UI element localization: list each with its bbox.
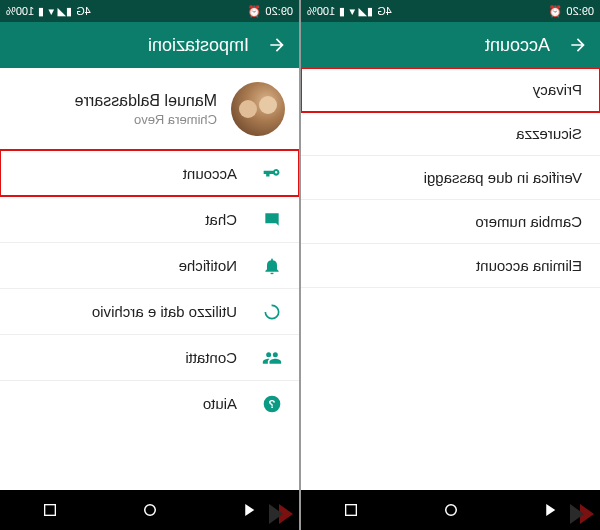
nav-back-button[interactable] — [238, 499, 260, 521]
bell-icon — [261, 255, 283, 277]
back-button[interactable] — [568, 35, 588, 55]
android-nav-bar — [301, 490, 600, 530]
account-item-label: Verifica in due passaggi — [424, 169, 582, 186]
svg-rect-6 — [45, 505, 56, 516]
nav-home-button[interactable] — [440, 499, 462, 521]
chat-icon — [261, 209, 283, 231]
settings-item-account[interactable]: Account — [0, 150, 299, 196]
brand-logo-icon — [560, 502, 594, 526]
alarm-icon: ⏰ — [247, 6, 261, 17]
account-item-delete[interactable]: Elimina account — [301, 244, 600, 288]
contacts-icon — [261, 347, 283, 369]
settings-item-help[interactable]: ? Aiuto — [0, 380, 299, 426]
network-type: 4G — [76, 6, 91, 17]
account-item-two-step[interactable]: Verifica in due passaggi — [301, 156, 600, 200]
settings-item-label: Notifiche — [179, 257, 237, 274]
page-title: Impostazioni — [148, 35, 249, 56]
profile-subtitle: Chimera Revo — [75, 112, 217, 127]
settings-item-notifications[interactable]: Notifiche — [0, 242, 299, 288]
wifi-icon: ▾ — [349, 6, 355, 17]
battery-text: 100% — [6, 6, 34, 17]
svg-point-0 — [265, 305, 278, 318]
battery-text: 100% — [307, 6, 335, 17]
account-item-label: Sicurezza — [516, 125, 582, 142]
signal-icon: ▮◢ — [359, 6, 373, 17]
settings-item-label: Chat — [205, 211, 237, 228]
help-icon: ? — [261, 393, 283, 415]
app-bar: Impostazioni — [0, 22, 299, 68]
clock-text: 09:20 — [566, 6, 594, 17]
phone-account: 09:20 ⏰ 4G ▮◢ ▾ ▮ 100% Account Privacy S… — [301, 0, 600, 530]
nav-recents-button[interactable] — [340, 499, 362, 521]
settings-content: Manuel Baldassarre Chimera Revo Account … — [0, 68, 299, 490]
settings-item-contacts[interactable]: Contatti — [0, 334, 299, 380]
account-item-privacy[interactable]: Privacy — [301, 68, 600, 112]
settings-item-label: Account — [183, 165, 237, 182]
settings-item-data-usage[interactable]: Utilizzo dati e archivio — [0, 288, 299, 334]
clock-text: 09:20 — [265, 6, 293, 17]
account-item-label: Cambia numero — [475, 213, 582, 230]
nav-recents-button[interactable] — [39, 499, 61, 521]
data-usage-icon — [261, 301, 283, 323]
svg-point-5 — [144, 505, 155, 516]
profile-name: Manuel Baldassarre — [75, 92, 217, 110]
android-nav-bar — [0, 490, 299, 530]
account-item-label: Privacy — [533, 81, 582, 98]
battery-icon: ▮ — [339, 6, 345, 17]
settings-item-chat[interactable]: Chat — [0, 196, 299, 242]
profile-row[interactable]: Manuel Baldassarre Chimera Revo — [0, 68, 299, 150]
key-icon — [261, 163, 283, 185]
brand-logo-icon — [259, 502, 293, 526]
svg-rect-10 — [346, 505, 357, 516]
wifi-icon: ▾ — [48, 6, 54, 17]
status-bar: 09:20 ⏰ 4G ▮◢ ▾ ▮ 100% — [0, 0, 299, 22]
settings-item-label: Contatti — [185, 349, 237, 366]
screenshot-pair: 09:20 ⏰ 4G ▮◢ ▾ ▮ 100% Impostazioni Manu… — [0, 0, 600, 530]
avatar — [231, 82, 285, 136]
settings-item-label: Utilizzo dati e archivio — [92, 303, 237, 320]
nav-back-button[interactable] — [539, 499, 561, 521]
back-button[interactable] — [267, 35, 287, 55]
app-bar: Account — [301, 22, 600, 68]
network-type: 4G — [377, 6, 392, 17]
account-content: Privacy Sicurezza Verifica in due passag… — [301, 68, 600, 490]
phone-settings: 09:20 ⏰ 4G ▮◢ ▾ ▮ 100% Impostazioni Manu… — [0, 0, 299, 530]
signal-icon: ▮◢ — [58, 6, 72, 17]
nav-home-button[interactable] — [139, 499, 161, 521]
settings-item-label: Aiuto — [203, 395, 237, 412]
svg-text:?: ? — [268, 397, 275, 410]
account-item-change-number[interactable]: Cambia numero — [301, 200, 600, 244]
account-item-label: Elimina account — [476, 257, 582, 274]
alarm-icon: ⏰ — [548, 6, 562, 17]
account-item-security[interactable]: Sicurezza — [301, 112, 600, 156]
battery-icon: ▮ — [38, 6, 44, 17]
page-title: Account — [485, 35, 550, 56]
status-bar: 09:20 ⏰ 4G ▮◢ ▾ ▮ 100% — [301, 0, 600, 22]
svg-point-9 — [445, 505, 456, 516]
